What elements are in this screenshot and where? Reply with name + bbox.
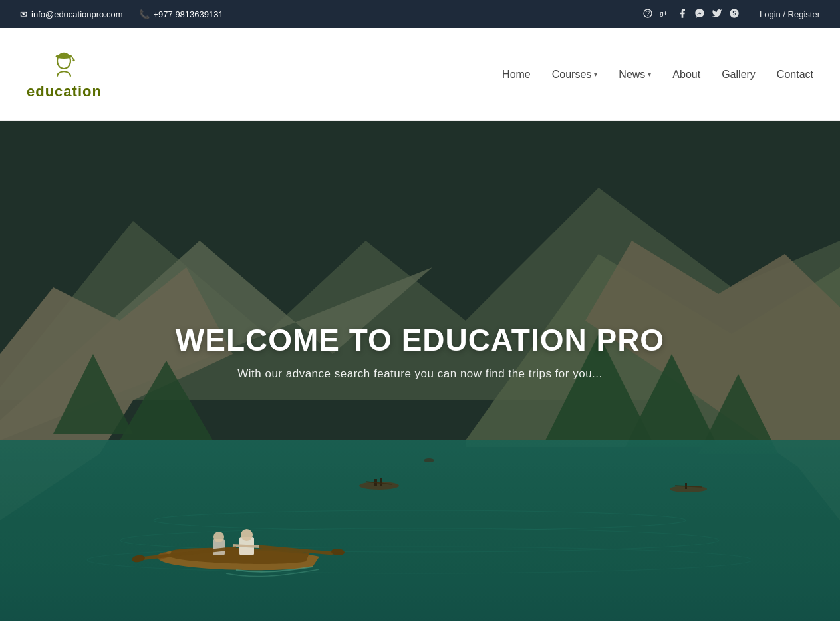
email-icon: ✉: [20, 9, 27, 19]
svg-rect-26: [374, 479, 377, 486]
hero-section: WELCOME TO EDUCATION PRO With our advanc…: [0, 121, 840, 621]
svg-point-25: [359, 482, 399, 490]
messenger-icon[interactable]: [694, 8, 705, 21]
svg-point-32: [424, 458, 434, 462]
svg-point-39: [131, 554, 145, 563]
email-text: info@educationpro.com: [31, 9, 123, 19]
nav-gallery[interactable]: Gallery: [722, 66, 756, 83]
svg-point-34: [241, 529, 253, 541]
facebook-icon[interactable]: [677, 8, 688, 21]
nav-courses[interactable]: Courses ▾: [552, 66, 598, 83]
svg-point-7: [73, 59, 75, 61]
svg-point-37: [213, 532, 224, 542]
social-icons: g+: [642, 8, 740, 21]
top-bar-right: g+ Login / Register: [642, 8, 820, 21]
nav-home-label: Home: [502, 69, 531, 80]
nav-about-label: About: [672, 69, 700, 80]
twitter-icon[interactable]: [712, 8, 722, 21]
nav-about[interactable]: About: [672, 66, 700, 83]
hero-subtitle: With our advance search feature you can …: [176, 367, 664, 381]
svg-point-41: [331, 548, 345, 556]
courses-chevron-icon: ▾: [594, 71, 597, 78]
svg-line-35: [233, 545, 259, 547]
phone-contact: 📞 +977 9813639131: [139, 9, 223, 19]
svg-rect-33: [239, 537, 254, 555]
svg-rect-27: [380, 478, 382, 486]
svg-line-38: [140, 548, 236, 559]
svg-point-21: [154, 510, 686, 530]
svg-point-22: [120, 528, 719, 552]
site-logo[interactable]: education: [27, 49, 102, 100]
logo-icon: [47, 49, 80, 82]
svg-rect-36: [213, 539, 225, 555]
viber-icon[interactable]: [642, 8, 653, 21]
google-plus-icon[interactable]: g+: [660, 8, 670, 21]
nav-news[interactable]: News ▾: [619, 66, 651, 83]
phone-icon: 📞: [139, 9, 150, 19]
skype-icon[interactable]: [729, 8, 740, 21]
nav-contact[interactable]: Contact: [777, 66, 813, 83]
nav-contact-label: Contact: [777, 69, 813, 80]
svg-rect-20: [0, 440, 840, 621]
svg-rect-5: [61, 53, 67, 56]
news-chevron-icon: ▾: [648, 71, 651, 78]
top-bar-left: ✉ info@educationpro.com 📞 +977 981363913…: [20, 9, 223, 19]
phone-text: +977 9813639131: [154, 9, 223, 19]
login-register-link[interactable]: Login / Register: [760, 9, 820, 19]
svg-line-31: [675, 486, 702, 487]
svg-point-0: [644, 9, 652, 17]
svg-marker-17: [53, 354, 133, 434]
svg-point-23: [87, 547, 752, 573]
svg-point-29: [670, 486, 707, 492]
svg-line-28: [366, 482, 392, 484]
hero-title: WELCOME TO EDUCATION PRO: [176, 322, 664, 358]
site-header: education Home Courses ▾ News ▾ About Ga…: [0, 28, 840, 121]
email-contact: ✉ info@educationpro.com: [20, 9, 123, 19]
nav-home[interactable]: Home: [502, 66, 531, 83]
top-bar: ✉ info@educationpro.com 📞 +977 981363913…: [0, 0, 840, 28]
nav-gallery-label: Gallery: [722, 69, 756, 80]
svg-point-1: [647, 15, 648, 15]
svg-rect-30: [685, 483, 687, 489]
svg-marker-16: [698, 374, 778, 454]
nav-courses-label: Courses: [552, 69, 592, 80]
nav-news-label: News: [619, 69, 645, 80]
logo-text: education: [27, 83, 102, 100]
svg-rect-19: [0, 440, 840, 621]
svg-line-40: [259, 547, 333, 553]
svg-marker-12: [0, 267, 233, 621]
hero-content: WELCOME TO EDUCATION PRO With our advanc…: [176, 322, 664, 381]
svg-text:g+: g+: [660, 9, 668, 16]
svg-marker-13: [585, 241, 840, 621]
main-nav: Home Courses ▾ News ▾ About Gallery Cont…: [502, 66, 813, 83]
